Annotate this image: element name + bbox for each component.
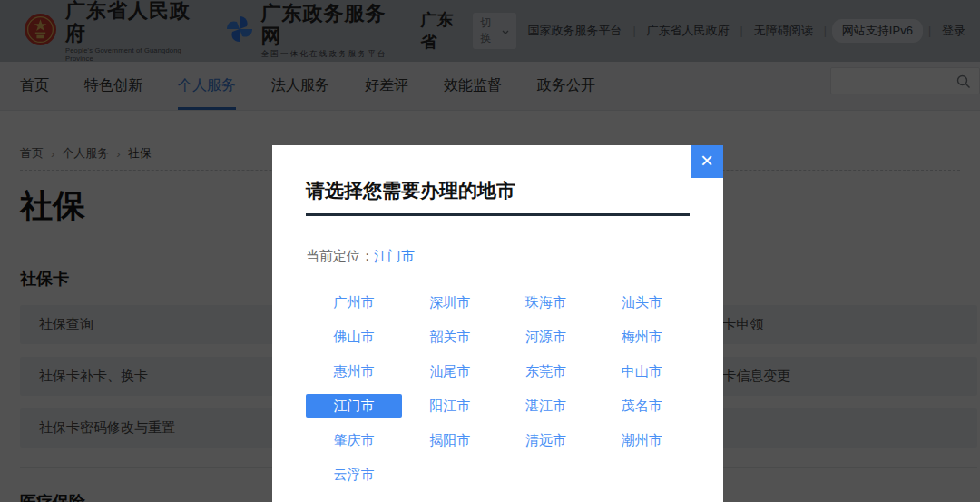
city-select-modal: × 请选择您需要办理的地市 当前定位：江门市 广州市 深圳市 珠海市 汕头市 佛… — [272, 145, 723, 502]
city-option[interactable]: 河源市 — [498, 320, 594, 354]
city-option[interactable]: 清远市 — [498, 423, 594, 458]
city-option[interactable]: 湛江市 — [498, 389, 594, 423]
modal-title-underline — [306, 213, 690, 216]
city-option[interactable]: 珠海市 — [498, 285, 594, 320]
city-option[interactable]: 茂名市 — [593, 389, 690, 423]
city-option[interactable]: 云浮市 — [306, 458, 402, 492]
city-option[interactable]: 揭阳市 — [402, 423, 498, 458]
city-option-selected[interactable]: 江门市 — [306, 389, 402, 423]
city-option[interactable]: 东莞市 — [498, 354, 594, 389]
modal-title: 请选择您需要办理的地市 — [306, 178, 690, 203]
city-option[interactable]: 佛山市 — [306, 320, 402, 354]
city-option[interactable]: 惠州市 — [306, 354, 402, 389]
city-option[interactable]: 中山市 — [593, 354, 690, 389]
close-icon[interactable]: × — [691, 145, 723, 178]
city-option[interactable]: 韶关市 — [402, 320, 498, 354]
city-option[interactable]: 汕尾市 — [402, 354, 498, 389]
current-location-city[interactable]: 江门市 — [374, 248, 415, 263]
city-option[interactable]: 汕头市 — [593, 285, 690, 320]
current-location-label: 当前定位： — [306, 248, 374, 263]
city-option[interactable]: 阳江市 — [402, 389, 498, 423]
current-location-row: 当前定位：江门市 — [306, 247, 690, 265]
city-option[interactable]: 深圳市 — [402, 285, 498, 320]
city-option[interactable]: 潮州市 — [593, 423, 690, 458]
city-option[interactable]: 梅州市 — [593, 320, 690, 354]
city-option[interactable]: 肇庆市 — [306, 423, 402, 458]
city-grid: 广州市 深圳市 珠海市 汕头市 佛山市 韶关市 河源市 梅州市 惠州市 汕尾市 … — [306, 285, 690, 492]
city-option[interactable]: 广州市 — [306, 285, 402, 320]
